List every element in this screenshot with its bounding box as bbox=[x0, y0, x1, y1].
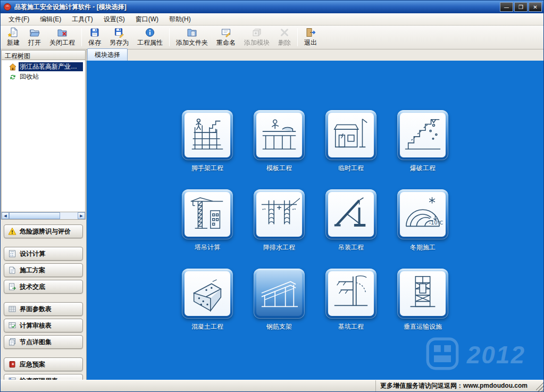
module-foundation-pit-label: 基坑工程 bbox=[338, 322, 364, 331]
content: 工程树图 浙江品茗高新产业软件回收站 ◀ ▶ 危险源辨识与评价设计计算施工方案技… bbox=[1, 49, 543, 380]
statusbar-left-pane bbox=[1, 380, 376, 391]
app-window: 品茗施工安全设施计算软件 - [模块选择] — ❐ ✕ 文件(F)编辑(E)工具… bbox=[0, 0, 544, 392]
tree-panel-header: 工程树图 bbox=[1, 50, 86, 60]
module-vertical-transport[interactable]: 垂直运输设施 bbox=[397, 269, 448, 331]
menu-item-file[interactable]: 文件(F) bbox=[4, 13, 34, 26]
module-formwork-button[interactable] bbox=[254, 110, 305, 160]
module-tower-crane[interactable]: 塔吊计算 bbox=[182, 189, 233, 252]
side-button-emergency-plan[interactable]: 应急预案 bbox=[4, 357, 83, 371]
module-dewatering-button[interactable] bbox=[254, 189, 305, 239]
module-scaffolding-button[interactable] bbox=[182, 110, 233, 160]
tab-bar: 模块选择 bbox=[87, 49, 543, 61]
toolbar-save-as-button[interactable]: 另存为 bbox=[105, 27, 133, 48]
module-concrete[interactable]: 混凝土工程 bbox=[182, 269, 233, 331]
toolbar-open-button[interactable]: 打开 bbox=[24, 27, 45, 48]
menu-item-window[interactable]: 窗口(W) bbox=[131, 13, 163, 26]
winter-icon: -10℃ bbox=[400, 192, 446, 237]
param-table-icon bbox=[8, 305, 16, 313]
scroll-right-arrow[interactable]: ▶ bbox=[78, 212, 85, 219]
side-button-node-detail-atlas[interactable]: 节点详图集 bbox=[4, 335, 83, 349]
module-tower-crane-button[interactable] bbox=[182, 189, 233, 239]
scroll-left-arrow[interactable]: ◀ bbox=[2, 212, 9, 219]
module-temporary-works-button[interactable] bbox=[325, 110, 376, 160]
add-folder-icon bbox=[187, 27, 197, 38]
module-concrete-button[interactable] bbox=[182, 269, 233, 319]
rename-icon bbox=[221, 27, 231, 38]
module-canvas: 脚手架工程模板工程临时工程爆破工程塔吊计算降排水工程吊装工程-10℃冬期施工混凝… bbox=[87, 61, 543, 380]
vertical-transport-icon bbox=[400, 271, 446, 316]
window-controls: — ❐ ✕ bbox=[500, 2, 542, 12]
formwork-icon bbox=[256, 113, 302, 157]
design-calc-icon bbox=[8, 249, 16, 258]
close-button[interactable]: ✕ bbox=[529, 2, 542, 12]
toolbar-close-project-button[interactable]: 关闭工程 bbox=[45, 27, 79, 48]
side-button-calculation-review-table[interactable]: 计算审核表 bbox=[4, 319, 83, 332]
app-icon bbox=[3, 3, 12, 11]
resize-grip[interactable] bbox=[536, 380, 543, 391]
menu-item-settings[interactable]: 设置(S) bbox=[99, 13, 130, 26]
concrete-icon bbox=[185, 271, 230, 316]
side-button-construction-plan[interactable]: 施工方案 bbox=[4, 263, 83, 277]
blasting-icon bbox=[400, 113, 446, 157]
toolbar-add-module-label: 添加模块 bbox=[244, 38, 270, 47]
module-steel-support-button[interactable] bbox=[254, 269, 305, 319]
maximize-button[interactable]: ❐ bbox=[514, 2, 528, 12]
toolbar-exit-button[interactable]: 退出 bbox=[300, 27, 321, 48]
scrollbar-thumb[interactable] bbox=[9, 212, 60, 219]
module-vertical-transport-button[interactable] bbox=[397, 269, 448, 319]
module-dewatering[interactable]: 降排水工程 bbox=[254, 189, 305, 252]
save-as-icon bbox=[114, 27, 124, 38]
module-winter-construction-button[interactable]: -10℃ bbox=[397, 189, 448, 239]
tab-module-select[interactable]: 模块选择 bbox=[87, 48, 128, 61]
side-button-inspection-management-table[interactable]: 检查管理用表 bbox=[4, 374, 83, 380]
toolbar-add-module-button: 添加模块 bbox=[240, 27, 274, 48]
toolbar-add-folder-button[interactable]: 添加文件夹 bbox=[172, 27, 212, 48]
menu-item-edit[interactable]: 编辑(E) bbox=[35, 13, 66, 26]
module-grid: 脚手架工程模板工程临时工程爆破工程塔吊计算降排水工程吊装工程-10℃冬期施工混凝… bbox=[87, 110, 543, 331]
scrollbar-track[interactable] bbox=[60, 212, 78, 219]
module-blasting[interactable]: 爆破工程 bbox=[397, 110, 448, 173]
module-winter-construction-label: 冬期施工 bbox=[410, 243, 436, 252]
module-steel-support[interactable]: 钢筋支架 bbox=[254, 269, 305, 331]
toolbar-new-button[interactable]: 新建 bbox=[3, 27, 24, 48]
delete-icon bbox=[279, 27, 290, 38]
side-button-hazard-identification[interactable]: 危险源辨识与评价 bbox=[4, 224, 83, 238]
review-table-icon bbox=[8, 321, 16, 330]
side-button-design-calculation[interactable]: 设计计算 bbox=[4, 247, 83, 261]
watermark: 2012 bbox=[425, 337, 525, 372]
toolbar-save-button[interactable]: 保存 bbox=[84, 27, 105, 48]
tree-item-project-root[interactable]: 浙江品茗高新产业软件 bbox=[3, 62, 84, 72]
project-tree: 浙江品茗高新产业软件回收站 bbox=[1, 60, 86, 212]
module-foundation-pit[interactable]: 基坑工程 bbox=[325, 269, 376, 331]
module-hoisting-button[interactable] bbox=[325, 189, 376, 239]
module-foundation-pit-button[interactable] bbox=[325, 269, 376, 319]
toolbar-add-folder-label: 添加文件夹 bbox=[176, 38, 208, 47]
module-formwork[interactable]: 模板工程 bbox=[254, 110, 305, 173]
module-hoisting[interactable]: 吊装工程 bbox=[325, 189, 376, 252]
emergency-icon bbox=[8, 360, 16, 369]
toolbar-rename-label: 重命名 bbox=[216, 38, 236, 47]
toolbar-project-properties-button[interactable]: 工程属性 bbox=[133, 27, 167, 48]
temporary-icon bbox=[328, 113, 374, 157]
statusbar-right-pane: 更多增值服务请访问逗逗网：www.pmdoudou.com bbox=[376, 380, 536, 391]
tree-panel-title: 工程树图 bbox=[5, 52, 30, 60]
side-button-label: 应急预案 bbox=[20, 360, 45, 369]
side-button-technical-disclosure[interactable]: 技术交底 bbox=[4, 280, 83, 294]
menu-item-help[interactable]: 帮助(H) bbox=[164, 13, 196, 26]
toolbar-exit-label: 退出 bbox=[304, 38, 317, 47]
minimize-button[interactable]: — bbox=[500, 2, 513, 12]
menu-item-tools[interactable]: 工具(T) bbox=[67, 13, 97, 26]
module-scaffolding[interactable]: 脚手架工程 bbox=[182, 110, 233, 173]
status-text: 更多增值服务请访问逗逗网：www.pmdoudou.com bbox=[380, 381, 528, 390]
module-blasting-button[interactable] bbox=[397, 110, 448, 160]
side-button-interface-parameter-table[interactable]: 界面参数表 bbox=[4, 302, 83, 316]
toolbar-rename-button[interactable]: 重命名 bbox=[212, 27, 240, 48]
watermark-year: 2012 bbox=[467, 340, 525, 369]
save-icon bbox=[89, 27, 100, 38]
tree-item-recycle-bin[interactable]: 回收站 bbox=[3, 72, 84, 82]
module-winter-construction[interactable]: -10℃冬期施工 bbox=[397, 189, 448, 252]
add-module-icon bbox=[252, 27, 262, 38]
module-temporary-works[interactable]: 临时工程 bbox=[325, 110, 376, 173]
side-button-label: 技术交底 bbox=[20, 282, 45, 291]
module-scaffolding-label: 脚手架工程 bbox=[191, 164, 223, 173]
